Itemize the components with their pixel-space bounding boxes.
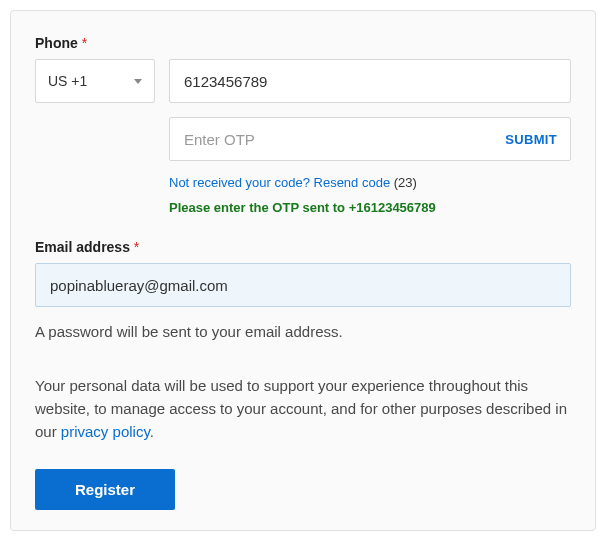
resend-countdown: (23) — [394, 175, 417, 190]
register-button[interactable]: Register — [35, 469, 175, 510]
otp-input-wrap: SUBMIT — [169, 117, 571, 161]
privacy-policy-link[interactable]: privacy policy — [61, 423, 150, 440]
privacy-text-suffix: . — [150, 423, 154, 440]
email-group: Email address * — [35, 239, 571, 307]
country-code-select[interactable]: US +1 — [35, 59, 155, 103]
country-code-value: US +1 — [48, 73, 87, 89]
phone-required-asterisk: * — [82, 35, 87, 51]
phone-row: US +1 SUBMIT Not received your code? Res… — [35, 59, 571, 215]
phone-number-input[interactable] — [169, 59, 571, 103]
email-label-text: Email address — [35, 239, 130, 255]
password-helper-text: A password will be sent to your email ad… — [35, 321, 571, 344]
email-label: Email address * — [35, 239, 571, 255]
chevron-down-icon — [134, 79, 142, 84]
email-required-asterisk: * — [134, 239, 139, 255]
registration-form: Phone * US +1 SUBMIT Not received your c… — [10, 10, 596, 531]
phone-label: Phone * — [35, 35, 571, 51]
resend-code-link[interactable]: Not received your code? Resend code — [169, 175, 390, 190]
otp-sent-message: Please enter the OTP sent to +1612345678… — [169, 200, 571, 215]
submit-otp-button[interactable]: SUBMIT — [505, 132, 557, 147]
phone-label-text: Phone — [35, 35, 78, 51]
email-field[interactable] — [35, 263, 571, 307]
resend-code-row: Not received your code? Resend code (23) — [169, 175, 571, 190]
phone-right-column: SUBMIT Not received your code? Resend co… — [169, 59, 571, 215]
privacy-text: Your personal data will be used to suppo… — [35, 374, 571, 444]
